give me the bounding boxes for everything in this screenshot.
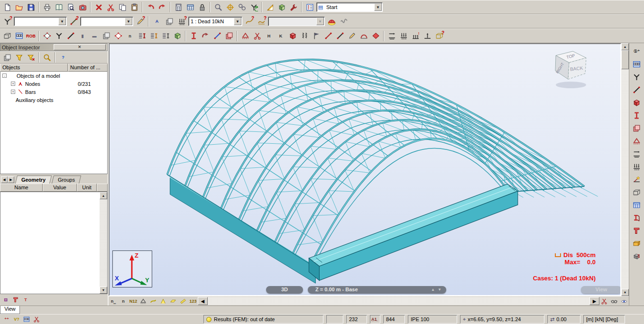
panel-red-icon[interactable] <box>370 30 381 42</box>
move-load-icon[interactable] <box>631 148 643 160</box>
sections-list-icon[interactable] <box>136 30 147 42</box>
bar-icon[interactable] <box>65 30 76 42</box>
materials-list-icon[interactable] <box>148 30 159 42</box>
draw-icon[interactable] <box>346 30 358 42</box>
print-preview-icon[interactable] <box>53 1 64 13</box>
tables-icon[interactable] <box>631 199 643 211</box>
number-column-header[interactable]: Number of ... <box>68 64 108 72</box>
calculation-report-icon[interactable] <box>184 1 196 13</box>
panel-3d-icon[interactable] <box>101 30 112 42</box>
steel-view-icon[interactable] <box>11 296 20 304</box>
column-icon[interactable]: ▮ <box>77 30 88 42</box>
support-tool-icon[interactable] <box>631 135 643 147</box>
unit-column-header[interactable]: Unit <box>77 184 97 192</box>
bar-division-icon[interactable] <box>322 30 334 42</box>
view-help-icon[interactable]: V? <box>12 315 21 324</box>
section-cut-icon[interactable] <box>631 250 643 262</box>
toggle-local-axes[interactable] <box>158 297 168 305</box>
render-3d-icon[interactable] <box>276 1 287 13</box>
cladding-icon[interactable] <box>311 30 322 42</box>
view-mode-button[interactable]: View <box>581 286 621 294</box>
tree-item-bars[interactable]: +⟍Bars0/843 <box>0 88 107 96</box>
bar-tool-icon[interactable] <box>631 83 643 96</box>
zoom-all-icon[interactable] <box>224 1 236 13</box>
windows-grid-icon[interactable] <box>22 315 31 324</box>
load-case-arrow[interactable]: ▼ <box>234 18 241 25</box>
toggle-shapes[interactable] <box>168 297 178 305</box>
copy-icon[interactable] <box>117 1 128 13</box>
surface-load-icon[interactable] <box>410 30 421 42</box>
objects-column-header[interactable]: Objects <box>0 64 68 72</box>
view-manager-icon[interactable] <box>1 30 13 42</box>
tree-item-objects-of-a-model[interactable]: -Objects of a model <box>0 72 107 80</box>
elastic-support-icon[interactable] <box>299 30 310 42</box>
tree-item-nodes[interactable]: +⋏Nodes0/231 <box>0 80 107 88</box>
tree-expander-icon[interactable]: + <box>11 90 15 94</box>
tree-item-auxiliary-objects[interactable]: Auxiliary objects <box>0 96 107 104</box>
project-windows-icon[interactable] <box>13 30 25 42</box>
uniform-load-tool-icon[interactable] <box>631 160 643 173</box>
layout-selector-dropdown-arrow[interactable]: ▼ <box>374 3 382 11</box>
display-attributes-icon[interactable]: A <box>151 16 163 27</box>
object-tool-icon[interactable] <box>631 96 643 109</box>
cut-icon[interactable] <box>105 1 116 13</box>
tree-expander-icon[interactable]: - <box>2 74 7 78</box>
node-selection-icon[interactable]: ? <box>1 16 13 27</box>
filter-icon[interactable] <box>13 52 25 63</box>
select-add-icon[interactable]: ⁺⁺ <box>2 315 11 324</box>
work-plane-button[interactable]: Z = 0.00 m - Base▲ ▼ <box>308 286 446 294</box>
toggle-node-numbers[interactable]: n‗ <box>109 297 118 305</box>
view-cube[interactable]: TOP RIGHT BACK <box>545 49 598 91</box>
structure-model[interactable] <box>110 44 620 296</box>
tab-scroll-left-icon[interactable]: ◀ <box>1 176 8 183</box>
lock-results-icon[interactable] <box>196 1 208 13</box>
panels-list-icon[interactable] <box>160 30 171 42</box>
support-icon[interactable] <box>239 30 251 42</box>
numbering-icon[interactable]: ①⁺ <box>631 45 643 57</box>
toggle-dimensions[interactable] <box>178 297 188 305</box>
viewport-scroll-down-icon[interactable]: ▼ <box>621 289 629 296</box>
deflection-icon[interactable]: ? <box>243 16 255 27</box>
bar-selection-arrow[interactable]: ▼ <box>125 18 132 25</box>
frame-generator-icon[interactable] <box>631 186 643 198</box>
property-grid-scrollbar[interactable]: ▲ ▼ <box>100 192 107 294</box>
pointer-help-icon[interactable]: ? <box>134 16 146 27</box>
toggle-supports[interactable] <box>138 297 148 305</box>
layout-selector[interactable]: ▤ Start ▼ <box>316 2 383 12</box>
node-tool-icon[interactable] <box>631 71 643 83</box>
rotate-icon[interactable] <box>200 30 211 42</box>
zoom-icon[interactable] <box>212 1 224 13</box>
eye-icon[interactable] <box>619 297 629 305</box>
new-project-icon[interactable] <box>1 1 13 13</box>
pin-panel-icon[interactable] <box>1 52 13 63</box>
section-shape-icon[interactable] <box>188 30 199 42</box>
connection-icon[interactable] <box>631 224 643 237</box>
glasses-icon[interactable] <box>609 297 619 305</box>
object-3d-icon[interactable] <box>172 30 183 42</box>
steel-section-3d-icon[interactable] <box>631 212 643 224</box>
preferences-wrench-icon[interactable] <box>288 1 299 13</box>
sets-tool-icon[interactable] <box>631 122 643 134</box>
tree-view-icon[interactable]: ⊟ <box>1 296 10 304</box>
compatible-nodes-icon[interactable]: H <box>263 30 275 42</box>
print-icon[interactable] <box>41 1 53 13</box>
delete-icon[interactable] <box>93 1 104 13</box>
tree-expander-icon[interactable]: + <box>11 82 15 86</box>
toggle-values[interactable]: 123 <box>188 297 198 305</box>
plate-icon[interactable] <box>112 30 124 42</box>
load-help-icon[interactable]: ? <box>433 30 445 42</box>
update-view-icon[interactable] <box>248 1 259 13</box>
bar-selection-combo[interactable]: ▼ <box>80 17 133 26</box>
result-combo[interactable]: ▼ <box>268 17 325 26</box>
load-case-icon[interactable]: ? <box>176 16 187 27</box>
coordinates-field[interactable]: ⌖x=6.65, y=9.50, z=1.24 <box>460 315 544 324</box>
section-view-icon[interactable]: T <box>21 296 30 304</box>
bar-node-icon[interactable] <box>334 30 346 42</box>
influence-line-icon[interactable]: ? <box>256 16 267 27</box>
layout-manager-icon[interactable] <box>304 1 315 13</box>
layers-icon[interactable] <box>223 30 235 42</box>
clip-cut-icon[interactable] <box>599 297 609 305</box>
viewport-horizontal-scrollbar[interactable] <box>208 297 589 305</box>
display-params-icon[interactable] <box>631 58 643 70</box>
cable-icon[interactable] <box>358 30 369 42</box>
